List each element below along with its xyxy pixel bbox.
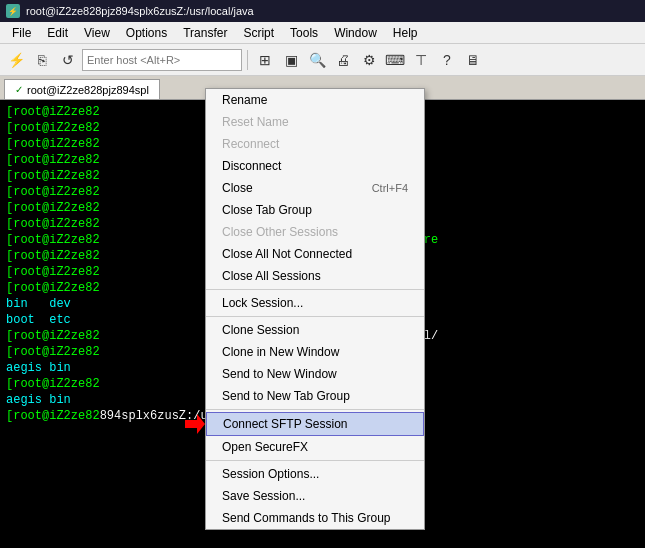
toolbar-find[interactable]: 🔍 — [305, 48, 329, 72]
ctx-item-disconnect[interactable]: Disconnect — [206, 155, 424, 177]
ctx-item-clone-session[interactable]: Clone Session — [206, 319, 424, 341]
title-bar: ⚡ root@iZ2ze828pjz894splx6zusZ:/usr/loca… — [0, 0, 645, 22]
ctx-item-label: Send to New Window — [222, 367, 337, 381]
menu-file[interactable]: File — [4, 24, 39, 42]
menu-bar: File Edit View Options Transfer Script T… — [0, 22, 645, 44]
toolbar-reconnect[interactable]: ↺ — [56, 48, 80, 72]
ctx-item-send-commands-to-this-group[interactable]: Send Commands to This Group — [206, 507, 424, 529]
ctx-item-label: Clone in New Window — [222, 345, 339, 359]
toolbar-help[interactable]: ? — [435, 48, 459, 72]
toolbar-filter[interactable]: ⊤ — [409, 48, 433, 72]
ctx-item-close[interactable]: CloseCtrl+F4 — [206, 177, 424, 199]
menu-script[interactable]: Script — [235, 24, 282, 42]
toolbar-remote[interactable]: 🖥 — [461, 48, 485, 72]
menu-tools[interactable]: Tools — [282, 24, 326, 42]
toolbar: ⚡ ⎘ ↺ ⊞ ▣ 🔍 🖨 ⚙ ⌨ ⊤ ? 🖥 — [0, 44, 645, 76]
tab-check-icon: ✓ — [15, 84, 23, 95]
tab-label: root@iZ2ze828pjz894spl — [27, 84, 149, 96]
ctx-separator — [206, 316, 424, 317]
ctx-separator — [206, 289, 424, 290]
context-menu: RenameReset NameReconnectDisconnectClose… — [205, 88, 425, 530]
menu-window[interactable]: Window — [326, 24, 385, 42]
menu-help[interactable]: Help — [385, 24, 426, 42]
title-text: root@iZ2ze828pjz894splx6zusZ:/usr/local/… — [26, 5, 254, 17]
app-icon: ⚡ — [6, 4, 20, 18]
ctx-item-save-session[interactable]: Save Session... — [206, 485, 424, 507]
ctx-item-label: Reset Name — [222, 115, 289, 129]
ctx-item-rename[interactable]: Rename — [206, 89, 424, 111]
toolbar-sep1 — [247, 50, 248, 70]
ctx-item-label: Save Session... — [222, 489, 305, 503]
ctx-item-close-all-not-connected[interactable]: Close All Not Connected — [206, 243, 424, 265]
ctx-item-label: Connect SFTP Session — [223, 417, 348, 431]
ctx-item-reset-name: Reset Name — [206, 111, 424, 133]
menu-view[interactable]: View — [76, 24, 118, 42]
ctx-item-open-securefx[interactable]: Open SecureFX — [206, 436, 424, 458]
toolbar-sessions[interactable]: ▣ — [279, 48, 303, 72]
ctx-item-label: Close Tab Group — [222, 203, 312, 217]
ctx-item-label: Send Commands to This Group — [222, 511, 391, 525]
ctx-item-label: Session Options... — [222, 467, 319, 481]
ctx-item-clone-in-new-window[interactable]: Clone in New Window — [206, 341, 424, 363]
ctx-separator — [206, 460, 424, 461]
menu-options[interactable]: Options — [118, 24, 175, 42]
ctx-item-label: Close All Sessions — [222, 269, 321, 283]
ctx-item-close-other-sessions: Close Other Sessions — [206, 221, 424, 243]
ctx-item-label: Open SecureFX — [222, 440, 308, 454]
tab-session[interactable]: ✓ root@iZ2ze828pjz894spl — [4, 79, 160, 99]
ctx-item-label: Close All Not Connected — [222, 247, 352, 261]
ctx-item-label: Close — [222, 181, 253, 195]
ctx-item-close-all-sessions[interactable]: Close All Sessions — [206, 265, 424, 287]
ctx-item-reconnect: Reconnect — [206, 133, 424, 155]
toolbar-settings[interactable]: ⚙ — [357, 48, 381, 72]
toolbar-new-tab[interactable]: ⊞ — [253, 48, 277, 72]
ctx-item-label: Close Other Sessions — [222, 225, 338, 239]
toolbar-copy[interactable]: ⎘ — [30, 48, 54, 72]
menu-transfer[interactable]: Transfer — [175, 24, 235, 42]
ctx-item-send-to-new-window[interactable]: Send to New Window — [206, 363, 424, 385]
ctx-item-label: Disconnect — [222, 159, 281, 173]
ctx-item-shortcut: Ctrl+F4 — [372, 182, 408, 194]
ctx-item-label: Rename — [222, 93, 267, 107]
ctx-item-label: Lock Session... — [222, 296, 303, 310]
ctx-item-label: Send to New Tab Group — [222, 389, 350, 403]
menu-edit[interactable]: Edit — [39, 24, 76, 42]
toolbar-print[interactable]: 🖨 — [331, 48, 355, 72]
ctx-separator — [206, 409, 424, 410]
ctx-item-label: Reconnect — [222, 137, 279, 151]
ctx-item-close-tab-group[interactable]: Close Tab Group — [206, 199, 424, 221]
ctx-item-connect-sftp-session[interactable]: Connect SFTP Session — [206, 412, 424, 436]
ctx-item-session-options[interactable]: Session Options... — [206, 463, 424, 485]
toolbar-keymap[interactable]: ⌨ — [383, 48, 407, 72]
host-input[interactable] — [82, 49, 242, 71]
ctx-item-label: Clone Session — [222, 323, 299, 337]
toolbar-lightning[interactable]: ⚡ — [4, 48, 28, 72]
ctx-item-send-to-new-tab-group[interactable]: Send to New Tab Group — [206, 385, 424, 407]
ctx-item-lock-session[interactable]: Lock Session... — [206, 292, 424, 314]
